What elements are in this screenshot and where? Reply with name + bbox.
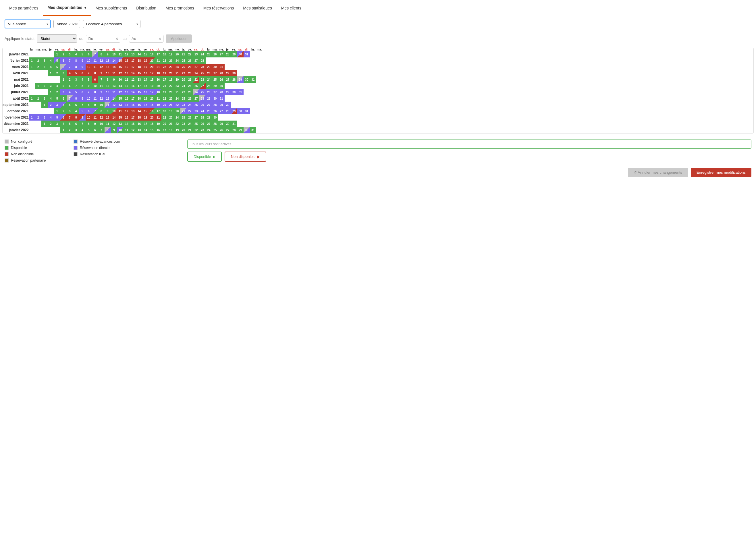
- day-cell[interactable]: 21: [155, 95, 161, 102]
- day-cell[interactable]: 9: [79, 57, 86, 64]
- day-cell[interactable]: [218, 114, 225, 121]
- nav-clients[interactable]: Mes clients: [277, 1, 306, 16]
- day-cell[interactable]: 16: [124, 95, 130, 102]
- day-cell[interactable]: [250, 64, 256, 70]
- day-cell[interactable]: 16: [149, 108, 155, 114]
- day-cell[interactable]: 3: [54, 121, 60, 127]
- day-cell[interactable]: 21: [155, 64, 161, 70]
- day-cell[interactable]: 13: [105, 57, 111, 64]
- day-cell[interactable]: [250, 95, 256, 102]
- day-cell[interactable]: [250, 102, 256, 108]
- day-cell[interactable]: 18: [149, 121, 155, 127]
- day-cell[interactable]: [250, 108, 256, 114]
- day-cell[interactable]: 20: [174, 51, 180, 57]
- day-cell[interactable]: 26: [199, 102, 206, 108]
- day-cell[interactable]: 16: [124, 64, 130, 70]
- day-cell[interactable]: 7: [92, 51, 98, 57]
- day-cell[interactable]: 29: [218, 102, 225, 108]
- day-cell[interactable]: 20: [180, 127, 187, 133]
- day-cell[interactable]: 25: [180, 57, 187, 64]
- day-cell[interactable]: [244, 83, 250, 89]
- day-cell[interactable]: 2: [48, 121, 54, 127]
- day-cell[interactable]: 2: [35, 57, 41, 64]
- day-cell[interactable]: 22: [161, 64, 168, 70]
- day-cell[interactable]: 28: [218, 89, 225, 95]
- day-cell[interactable]: 25: [199, 89, 206, 95]
- day-cell[interactable]: 6: [60, 57, 67, 64]
- day-cell[interactable]: 9: [86, 83, 92, 89]
- day-cell[interactable]: [244, 102, 250, 108]
- day-cell[interactable]: 5: [86, 76, 92, 83]
- day-cell[interactable]: 15: [142, 51, 149, 57]
- day-cell[interactable]: 26: [187, 114, 193, 121]
- day-cell[interactable]: [35, 51, 41, 57]
- enregistrer-button[interactable]: Enregistrer mes modifications: [691, 168, 751, 177]
- day-cell[interactable]: 29: [206, 114, 212, 121]
- day-cell[interactable]: [41, 76, 48, 83]
- day-cell[interactable]: [206, 57, 212, 64]
- day-cell[interactable]: 20: [168, 89, 174, 95]
- day-cell[interactable]: 8: [73, 114, 79, 121]
- day-cell[interactable]: 22: [174, 102, 180, 108]
- day-cell[interactable]: 15: [117, 114, 124, 121]
- day-cell[interactable]: 24: [180, 83, 187, 89]
- day-cell[interactable]: 4: [48, 64, 54, 70]
- day-cell[interactable]: 6: [73, 121, 79, 127]
- day-cell[interactable]: 5: [73, 89, 79, 95]
- day-cell[interactable]: 27: [206, 102, 212, 108]
- day-cell[interactable]: 3: [73, 76, 79, 83]
- statut-select[interactable]: Statut Disponible Non disponible: [37, 34, 77, 43]
- day-cell[interactable]: 6: [92, 76, 98, 83]
- day-cell[interactable]: [256, 83, 263, 89]
- day-cell[interactable]: 7: [79, 121, 86, 127]
- day-cell[interactable]: 4: [60, 102, 67, 108]
- day-cell[interactable]: 1: [60, 76, 67, 83]
- day-cell[interactable]: [250, 121, 256, 127]
- day-cell[interactable]: [237, 57, 244, 64]
- day-cell[interactable]: 24: [174, 64, 180, 70]
- day-cell[interactable]: 30: [225, 121, 231, 127]
- day-cell[interactable]: 18: [168, 127, 174, 133]
- day-cell[interactable]: 24: [193, 70, 199, 76]
- day-cell[interactable]: 6: [86, 108, 92, 114]
- day-cell[interactable]: 29: [218, 121, 225, 127]
- day-cell[interactable]: 22: [187, 51, 193, 57]
- day-cell[interactable]: 13: [105, 95, 111, 102]
- day-cell[interactable]: 27: [199, 83, 206, 89]
- day-cell[interactable]: 20: [161, 121, 168, 127]
- day-cell[interactable]: 9: [79, 114, 86, 121]
- day-cell[interactable]: 23: [180, 121, 187, 127]
- view-select[interactable]: Vue année Vue mois: [5, 20, 51, 28]
- day-cell[interactable]: 31: [231, 121, 237, 127]
- day-cell[interactable]: [29, 89, 35, 95]
- day-cell[interactable]: 25: [212, 127, 218, 133]
- day-cell[interactable]: 29: [225, 70, 231, 76]
- day-cell[interactable]: 9: [92, 121, 98, 127]
- day-cell[interactable]: 16: [155, 127, 161, 133]
- day-cell[interactable]: 20: [180, 76, 187, 83]
- day-cell[interactable]: 10: [92, 83, 98, 89]
- day-cell[interactable]: 30: [212, 64, 218, 70]
- day-cell[interactable]: 25: [193, 121, 199, 127]
- day-cell[interactable]: 16: [130, 83, 136, 89]
- day-cell[interactable]: 25: [180, 64, 187, 70]
- day-cell[interactable]: 19: [161, 89, 168, 95]
- day-cell[interactable]: 23: [187, 89, 193, 95]
- day-cell[interactable]: 25: [180, 95, 187, 102]
- day-cell[interactable]: 1: [60, 127, 67, 133]
- day-cell[interactable]: 8: [86, 121, 92, 127]
- day-cell[interactable]: 7: [98, 127, 105, 133]
- day-cell[interactable]: [225, 95, 231, 102]
- day-cell[interactable]: [54, 127, 60, 133]
- day-cell[interactable]: 18: [136, 64, 142, 70]
- day-cell[interactable]: 27: [212, 70, 218, 76]
- day-cell[interactable]: 30: [212, 95, 218, 102]
- day-cell[interactable]: [256, 89, 263, 95]
- day-cell[interactable]: 20: [161, 102, 168, 108]
- day-cell[interactable]: [35, 102, 41, 108]
- day-cell[interactable]: 2: [48, 102, 54, 108]
- day-cell[interactable]: 22: [174, 121, 180, 127]
- day-cell[interactable]: 11: [117, 51, 124, 57]
- day-cell[interactable]: 20: [149, 114, 155, 121]
- day-cell[interactable]: 24: [187, 102, 193, 108]
